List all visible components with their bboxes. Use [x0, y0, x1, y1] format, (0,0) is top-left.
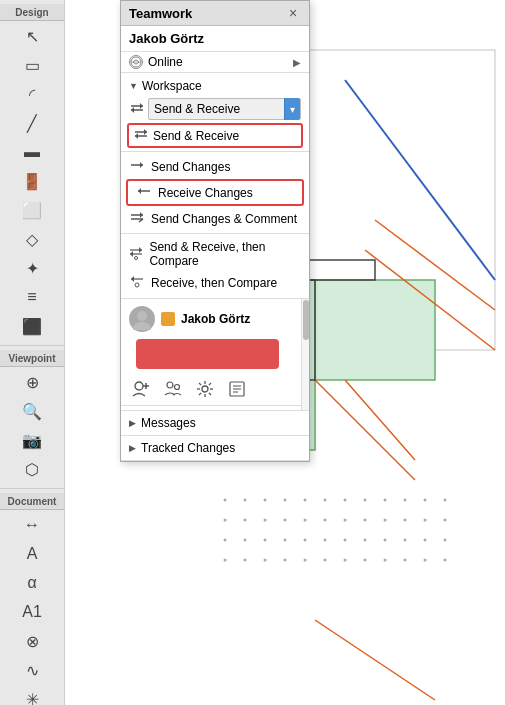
send-changes-comment-icon	[129, 210, 145, 227]
line-tool[interactable]: ╱	[3, 109, 61, 137]
tracked-changes-label: Tracked Changes	[141, 441, 235, 455]
annotation-tool[interactable]: α	[3, 569, 61, 597]
column-icon: ⬛	[22, 317, 42, 336]
svg-point-54	[304, 559, 307, 562]
online-icon	[129, 55, 143, 69]
dimension-tool[interactable]: ↔	[3, 511, 61, 539]
send-receive-highlight-btn[interactable]: Send & Receive	[127, 123, 303, 148]
design-section: Design ↖ ▭ ◜ ╱ ▬ 🚪 ⬜ ◇ ✦ ≡ ⬛	[0, 0, 64, 346]
send-changes-item[interactable]: Send Changes	[121, 155, 309, 178]
svg-point-55	[324, 559, 327, 562]
zoom-icon: 🔍	[22, 402, 42, 421]
svg-point-42	[304, 539, 307, 542]
svg-point-38	[224, 539, 227, 542]
object-tool[interactable]: ◇	[3, 225, 61, 253]
svg-point-36	[424, 519, 427, 522]
svg-point-61	[444, 559, 447, 562]
window-icon: ⬜	[22, 201, 42, 220]
dropdown-arrow-icon[interactable]: ▾	[284, 98, 300, 120]
svg-point-17	[284, 499, 287, 502]
svg-point-93	[167, 382, 173, 388]
reserve-button[interactable]	[136, 339, 279, 369]
document-section: Document ↔ A α A1 ⊗ ∿ ✳	[0, 489, 64, 705]
svg-marker-3	[315, 280, 435, 380]
svg-line-103	[199, 393, 201, 395]
svg-point-51	[244, 559, 247, 562]
svg-point-57	[364, 559, 367, 562]
svg-point-16	[264, 499, 267, 502]
send-receive-compare-item[interactable]: Send & Receive, then Compare	[121, 237, 309, 271]
document-label: Document	[0, 493, 64, 510]
navigate-tool[interactable]: ⊕	[3, 368, 61, 396]
send-receive-dropdown[interactable]: Send & Receive ▾	[148, 98, 301, 120]
svg-point-33	[364, 519, 367, 522]
rectangle-icon: ▭	[25, 56, 40, 75]
svg-point-89	[133, 322, 151, 330]
text-tool[interactable]: A	[3, 540, 61, 568]
online-label-container: Online	[129, 55, 183, 69]
svg-point-50	[224, 559, 227, 562]
svg-point-35	[404, 519, 407, 522]
tracked-changes-header[interactable]: ▶ Tracked Changes	[121, 436, 309, 460]
wall-tool[interactable]: ▬	[3, 138, 61, 166]
workspace-label: Workspace	[142, 79, 202, 93]
svg-point-45	[364, 539, 367, 542]
messages-header[interactable]: ▶ Messages	[121, 411, 309, 435]
door-tool[interactable]: 🚪	[3, 167, 61, 195]
tracked-changes-collapse-icon: ▶	[129, 443, 136, 453]
svg-point-15	[244, 499, 247, 502]
send-receive-bar: Send & Receive ▾	[129, 98, 301, 120]
divider-2	[121, 233, 309, 234]
viewpoint-section: Viewpoint ⊕ 🔍 📷 ⬡	[0, 346, 64, 489]
panel-scrollbar[interactable]	[301, 299, 309, 410]
svg-point-20	[344, 499, 347, 502]
user-list-btn[interactable]	[161, 377, 185, 401]
spline-tool[interactable]: ∿	[3, 656, 61, 684]
scrollbar-thumb[interactable]	[303, 300, 309, 340]
send-changes-label: Send Changes	[151, 160, 230, 174]
online-row[interactable]: Online ▶	[121, 52, 309, 73]
camera-tool[interactable]: 📷	[3, 426, 61, 454]
teamwork-panel: Teamwork × Jakob Görtz Online ▶	[120, 0, 310, 462]
svg-point-19	[324, 499, 327, 502]
pointer-tool[interactable]: ↖	[3, 22, 61, 50]
arc-icon: ◜	[29, 85, 35, 104]
export-btn[interactable]	[225, 377, 249, 401]
user-row-section: Jakob Görtz	[121, 299, 309, 411]
svg-point-28	[264, 519, 267, 522]
rectangle-tool[interactable]: ▭	[3, 51, 61, 79]
send-changes-comment-item[interactable]: Send Changes & Comment	[121, 207, 309, 230]
panel-close-button[interactable]: ×	[285, 5, 301, 21]
svg-point-88	[137, 311, 147, 321]
svg-point-14	[224, 499, 227, 502]
receive-changes-item[interactable]: Receive Changes	[126, 179, 304, 206]
svg-point-59	[404, 559, 407, 562]
section-tool[interactable]: ⬡	[3, 455, 61, 483]
svg-point-87	[135, 283, 139, 287]
arc-tool[interactable]: ◜	[3, 80, 61, 108]
annotation-icon: α	[27, 574, 36, 592]
svg-point-37	[444, 519, 447, 522]
lamp-tool[interactable]: ✦	[3, 254, 61, 282]
svg-line-100	[199, 383, 201, 385]
fill-tool[interactable]: ✳	[3, 685, 61, 705]
stair-tool[interactable]: ≡	[3, 283, 61, 311]
zoom-tool[interactable]: 🔍	[3, 397, 61, 425]
svg-point-56	[344, 559, 347, 562]
svg-point-84	[135, 256, 138, 259]
hatch-tool[interactable]: ⊗	[3, 627, 61, 655]
svg-point-25	[444, 499, 447, 502]
workspace-header[interactable]: ▼ Workspace	[121, 77, 309, 95]
window-tool[interactable]: ⬜	[3, 196, 61, 224]
layer-tool[interactable]: A1	[3, 598, 61, 626]
column-tool[interactable]: ⬛	[3, 312, 61, 340]
add-user-btn[interactable]	[129, 377, 153, 401]
icon-row	[121, 373, 309, 406]
lamp-icon: ✦	[26, 259, 39, 278]
receive-compare-item[interactable]: Receive, then Compare	[121, 271, 309, 294]
receive-compare-label: Receive, then Compare	[151, 276, 277, 290]
messages-collapse-icon: ▶	[129, 418, 136, 428]
layer-icon: A1	[22, 603, 42, 621]
settings-gear-btn[interactable]	[193, 377, 217, 401]
svg-point-43	[324, 539, 327, 542]
